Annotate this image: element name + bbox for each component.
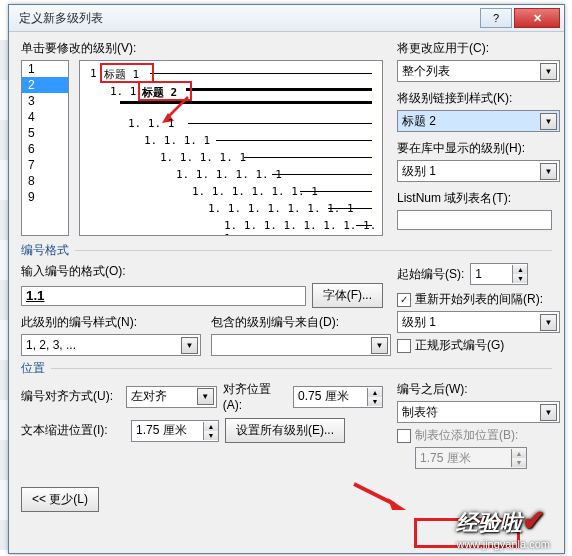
position-section-header: 位置: [21, 360, 552, 377]
follow-select[interactable]: 制表符 ▼: [397, 401, 560, 423]
apply-to-value: 整个列表: [402, 63, 450, 80]
restart-checkbox[interactable]: ✓ 重新开始列表的间隔(R):: [397, 291, 552, 308]
font-button[interactable]: 字体(F)...: [312, 283, 383, 308]
modify-level-label: 单击要修改的级别(V):: [21, 40, 383, 57]
spinner-down-icon: ▼: [511, 458, 526, 467]
enter-format-input[interactable]: [21, 286, 306, 306]
tab-position-spinner: 1.75 厘米 ▲▼: [415, 447, 527, 469]
follow-value: 制表符: [402, 404, 438, 421]
set-all-levels-button[interactable]: 设置所有级别(E)...: [225, 418, 345, 443]
link-style-label: 将级别链接到样式(K):: [397, 90, 552, 107]
checkbox-icon: [397, 339, 411, 353]
chevron-down-icon: ▼: [540, 163, 557, 180]
level-listbox[interactable]: 1 2 3 4 5 6 7 8 9: [21, 60, 69, 236]
align-at-value: 0.75 厘米: [294, 388, 367, 405]
number-format-section-header: 编号格式: [21, 242, 552, 259]
titlebar: 定义新多级列表 ? ✕: [9, 5, 564, 32]
annotation-box-1: [100, 63, 154, 83]
chevron-down-icon: ▼: [540, 63, 557, 80]
preview-pane: 1 标题 1 1. 1 标题 2: [79, 60, 383, 236]
level-item[interactable]: 1: [22, 61, 68, 77]
spinner-down-icon[interactable]: ▼: [203, 431, 218, 440]
chevron-down-icon: ▼: [181, 337, 198, 354]
restart-level-select[interactable]: 级别 1 ▼: [397, 311, 560, 333]
legal-format-checkbox[interactable]: 正规形式编号(G): [397, 337, 552, 354]
spinner-down-icon[interactable]: ▼: [367, 397, 382, 406]
style-value: 1, 2, 3, ...: [26, 338, 76, 352]
spinner-down-icon[interactable]: ▼: [512, 274, 527, 283]
apply-to-label: 将更改应用于(C):: [397, 40, 552, 57]
tab-add-label: 制表位添加位置(B):: [415, 427, 518, 444]
legal-format-label: 正规形式编号(G): [415, 337, 504, 354]
close-button[interactable]: ✕: [514, 8, 560, 28]
style-select[interactable]: 1, 2, 3, ... ▼: [21, 334, 201, 356]
align-label: 编号对齐方式(U):: [21, 388, 120, 405]
window-title: 定义新多级列表: [19, 10, 103, 27]
enter-format-label: 输入编号的格式(O):: [21, 263, 383, 280]
level-item[interactable]: 7: [22, 157, 68, 173]
indent-spinner[interactable]: 1.75 厘米 ▲▼: [131, 420, 219, 442]
align-value: 左对齐: [131, 388, 167, 405]
chevron-down-icon: ▼: [371, 337, 388, 354]
preview-line: 1. 1. 1: [128, 117, 174, 130]
chevron-down-icon: ▼: [540, 404, 557, 421]
spinner-up-icon: ▲: [511, 449, 526, 458]
level-item[interactable]: 8: [22, 173, 68, 189]
link-style-select[interactable]: 标题 2 ▼: [397, 110, 560, 132]
spinner-up-icon[interactable]: ▲: [203, 422, 218, 431]
restart-label: 重新开始列表的间隔(R):: [415, 291, 543, 308]
align-at-label: 对齐位置(A):: [223, 381, 287, 412]
tab-position-value: 1.75 厘米: [416, 450, 511, 467]
start-at-label: 起始编号(S):: [397, 266, 464, 283]
follow-label: 编号之后(W):: [397, 381, 552, 398]
less-button[interactable]: << 更少(L): [21, 487, 99, 512]
help-button[interactable]: ?: [480, 8, 512, 28]
level-item[interactable]: 2: [22, 77, 68, 93]
align-at-spinner[interactable]: 0.75 厘米 ▲▼: [293, 386, 383, 408]
apply-to-select[interactable]: 整个列表 ▼: [397, 60, 560, 82]
gallery-level-value: 级别 1: [402, 163, 436, 180]
spinner-up-icon[interactable]: ▲: [512, 265, 527, 274]
preview-line: 1. 1. 1. 1. 1. 1: [176, 168, 282, 181]
checkbox-icon: ✓: [397, 293, 411, 307]
window-controls: ? ✕: [480, 8, 560, 28]
annotation-box-3: [414, 518, 520, 548]
preview-line: 1. 1. 1. 1. 1. 1. 1: [192, 185, 318, 198]
preview-line: 1. 1. 1. 1. 1. 1. 1. 1. 1: [224, 219, 382, 236]
start-at-value: 1: [471, 267, 512, 281]
dialog-window: 定义新多级列表 ? ✕ 单击要修改的级别(V): 1 2 3 4: [8, 4, 565, 554]
start-at-spinner[interactable]: 1 ▲▼: [470, 263, 528, 285]
chevron-down-icon: ▼: [540, 314, 557, 331]
chevron-down-icon: ▼: [197, 388, 214, 405]
indent-label: 文本缩进位置(I):: [21, 422, 125, 439]
align-select[interactable]: 左对齐 ▼: [126, 386, 216, 408]
indent-value: 1.75 厘米: [132, 422, 203, 439]
gallery-level-select[interactable]: 级别 1 ▼: [397, 160, 560, 182]
checkbox-icon: [397, 429, 411, 443]
level-item[interactable]: 6: [22, 141, 68, 157]
level-item[interactable]: 3: [22, 93, 68, 109]
level-item[interactable]: 9: [22, 189, 68, 205]
include-from-label: 包含的级别编号来自(D):: [211, 314, 383, 331]
style-label: 此级别的编号样式(N):: [21, 314, 193, 331]
listnum-input[interactable]: [397, 210, 552, 230]
level-item[interactable]: 5: [22, 125, 68, 141]
listnum-label: ListNum 域列表名(T):: [397, 190, 552, 207]
preview-num-2: 1. 1: [110, 85, 137, 98]
include-from-select[interactable]: ▼: [211, 334, 391, 356]
annotation-box-2: [138, 81, 192, 101]
close-icon: ✕: [533, 12, 542, 25]
tab-add-checkbox[interactable]: 制表位添加位置(B):: [397, 427, 552, 444]
level-item[interactable]: 4: [22, 109, 68, 125]
spinner-up-icon[interactable]: ▲: [367, 388, 382, 397]
restart-level-value: 级别 1: [402, 314, 436, 331]
preview-line: 1. 1. 1. 1: [144, 134, 210, 147]
link-style-value: 标题 2: [402, 113, 436, 130]
chevron-down-icon: ▼: [540, 113, 557, 130]
preview-num-1: 1: [90, 67, 97, 80]
right-column: 将更改应用于(C): 整个列表 ▼ 将级别链接到样式(K): 标题 2 ▼ 要在…: [397, 40, 552, 238]
gallery-level-label: 要在库中显示的级别(H):: [397, 140, 552, 157]
preview-line: 1. 1. 1. 1. 1: [160, 151, 246, 164]
